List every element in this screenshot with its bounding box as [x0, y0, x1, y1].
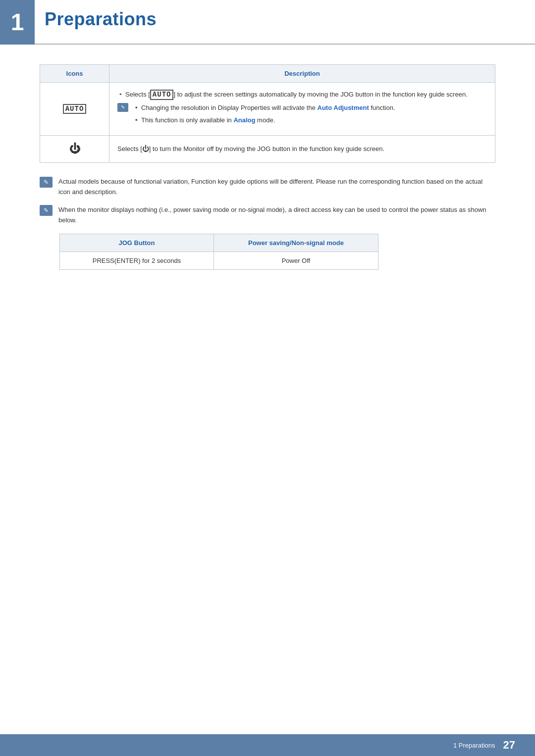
- page-header: 1 Preparations: [0, 0, 535, 45]
- power-off-value: Power Off: [214, 252, 378, 269]
- highlight-analog: Analog: [233, 116, 255, 124]
- footer-page-number: 27: [503, 739, 515, 752]
- auto-icon-text: AUTO: [63, 104, 87, 114]
- col-desc-header: Description: [109, 65, 495, 83]
- icon-power-cell: ⏻: [40, 135, 109, 162]
- icon-auto-cell: AUTO: [40, 83, 109, 136]
- desc-item: • This function is only available in Ana…: [133, 115, 395, 125]
- note-row-2: When the monitor displays nothing (i.e.,…: [40, 205, 495, 226]
- note-icon-1: [40, 177, 53, 188]
- note-icon-2: [40, 205, 53, 216]
- power-icon: ⏻: [69, 143, 80, 155]
- note-row-1: Actual models because of functional vari…: [40, 177, 495, 198]
- note-text-2: When the monitor displays nothing (i.e.,…: [58, 205, 495, 226]
- jog-button-header: JOG Button: [60, 234, 214, 252]
- note-text-1: Actual models because of functional vari…: [58, 177, 495, 198]
- chapter-number-block: 1: [0, 0, 35, 45]
- inner-note-row: ✎ • Changing the resolution in Display P…: [117, 103, 487, 125]
- main-table: Icons Description AUTO Selects [AUTO] to…: [40, 64, 495, 163]
- desc-item: Selects [AUTO] to adjust the screen sett…: [117, 90, 487, 100]
- jog-button-value: PRESS(ENTER) for 2 seconds: [60, 252, 214, 269]
- content-area: Icons Description AUTO Selects [AUTO] to…: [0, 64, 535, 270]
- footer-label: 1 Preparations: [453, 742, 495, 749]
- col-icons-header: Icons: [40, 65, 109, 83]
- note-icon-small: ✎: [117, 103, 128, 112]
- table-row: AUTO Selects [AUTO] to adjust the screen…: [40, 83, 495, 136]
- highlight-auto-adj: Auto Adjustment: [318, 104, 369, 111]
- chapter-number: 1: [11, 10, 24, 34]
- power-mode-header: Power saving/Non-signal mode: [214, 234, 378, 252]
- desc-auto-cell: Selects [AUTO] to adjust the screen sett…: [109, 83, 495, 136]
- auto-ref: AUTO: [150, 90, 174, 100]
- second-table: JOG Button Power saving/Non-signal mode …: [59, 234, 378, 270]
- desc-power-cell: Selects [⏻] to turn the Monitor off by m…: [109, 135, 495, 162]
- chapter-title-area: Preparations: [35, 0, 535, 45]
- power-icon-ref: ⏻: [142, 143, 149, 154]
- table-row: ⏻ Selects [⏻] to turn the Monitor off by…: [40, 135, 495, 162]
- table-row: PRESS(ENTER) for 2 seconds Power Off: [60, 252, 378, 269]
- chapter-title: Preparations: [45, 9, 157, 30]
- desc-item: • Changing the resolution in Display Pro…: [133, 103, 395, 113]
- page-footer: 1 Preparations 27: [0, 734, 535, 756]
